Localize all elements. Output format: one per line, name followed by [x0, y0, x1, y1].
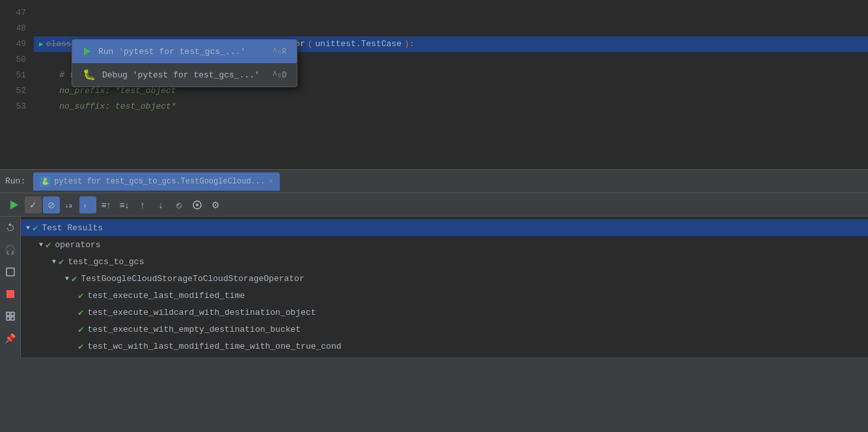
side-icons: 🎧 📌 — [0, 217, 21, 357]
debug-menu-left: 🐛 Debug 'pytest for test_gcs_...' — [83, 68, 260, 81]
run-menu-item[interactable]: Run 'pytest for test_gcs_...' ^⇧R — [72, 40, 297, 63]
run-button[interactable] — [5, 196, 23, 214]
test-item-3[interactable]: ✔ test_execute_with_empty_destination_bu… — [21, 321, 868, 338]
svg-rect-4 — [7, 268, 14, 276]
line-numbers: 47 48 49 50 51 52 53 — [0, 0, 34, 169]
tree-test-gcs-label: test_gcs_to_gcs — [68, 257, 144, 267]
test-results-tree: ▼ ✔ Test Results ▼ ✔ operators ▼ ✔ test_… — [21, 217, 868, 357]
export-button[interactable]: ⎋ — [170, 196, 187, 213]
settings-button[interactable]: ⚙ — [207, 196, 224, 213]
svg-text:↕: ↕ — [83, 202, 87, 209]
run-shortcut: ^⇧R — [273, 47, 287, 57]
expand-all-button[interactable]: ≡↑ — [98, 196, 115, 213]
pass-icon-gcs: ✔ — [59, 256, 64, 267]
line-num-49: 49 — [8, 36, 26, 52]
pass-icon-operators: ✔ — [46, 239, 51, 250]
test-item-4[interactable]: ✔ test_wc_with_last_modified_time_with_o… — [21, 338, 868, 355]
test-item-2[interactable]: ✔ test_execute_wildcard_with_destination… — [21, 304, 868, 321]
module-icon[interactable] — [2, 263, 19, 280]
test-label-4: test_wc_with_last_modified_time_with_one… — [87, 342, 341, 351]
code-line-47 — [34, 5, 868, 21]
tab-label: pytest for test_gcs_to_gcs.TestGoogleClo… — [54, 177, 265, 186]
exclude-button[interactable]: ⊘ — [43, 196, 60, 213]
play-triangle-icon — [10, 200, 18, 209]
stop-icon[interactable] — [2, 286, 19, 303]
svg-point-3 — [196, 204, 198, 206]
line-num-51: 51 — [8, 68, 26, 83]
prev-failed-button[interactable]: ↑ — [134, 196, 151, 213]
rerun-icon[interactable] — [2, 219, 19, 236]
pass-icon-t3: ✔ — [78, 324, 83, 335]
tree-test-gcs[interactable]: ▼ ✔ test_gcs_to_gcs — [21, 253, 868, 270]
svg-rect-6 — [11, 312, 14, 316]
headset-icon[interactable]: 🎧 — [2, 241, 19, 258]
test-item-1[interactable]: ✔ test_execute_last_modified_time — [21, 287, 868, 304]
svg-rect-7 — [7, 317, 10, 320]
context-menu: Run 'pytest for test_gcs_...' ^⇧R 🐛 Debu… — [72, 39, 297, 87]
test-label-1: test_execute_last_modified_time — [87, 291, 245, 301]
pass-icon: ✔ — [33, 223, 38, 234]
chevron-icon-gcs: ▼ — [52, 258, 56, 265]
svg-text:↓a: ↓a — [65, 202, 72, 209]
check-button[interactable]: ✓ — [25, 196, 42, 213]
tab-close-button[interactable]: × — [269, 178, 273, 185]
chevron-icon: ▼ — [26, 224, 30, 232]
code-line-53: no_suffix: test_object* — [34, 99, 868, 115]
pass-icon-t4: ✔ — [78, 341, 83, 352]
python-icon: 🐍 — [40, 176, 50, 187]
editor-area: 47 48 49 50 51 52 53 ▶ class TestGoogleC… — [0, 0, 868, 169]
pass-icon-class: ✔ — [72, 273, 77, 284]
side-panel: 🎧 📌 — [0, 217, 868, 357]
line-num-50: 50 — [8, 52, 26, 68]
grid-icon[interactable] — [2, 308, 19, 325]
sort-alpha-button[interactable]: ↓a — [61, 196, 78, 213]
tree-class[interactable]: ▼ ✔ TestGoogleCloudStorageToCloudStorage… — [21, 270, 868, 287]
tree-operators-label: operators — [55, 240, 100, 250]
test-label-2: test_execute_wildcard_with_destination_o… — [87, 308, 316, 317]
run-panel: Run: 🐍 pytest for test_gcs_to_gcs.TestGo… — [0, 169, 868, 432]
line-num-48: 48 — [8, 21, 26, 36]
next-failed-button[interactable]: ↓ — [152, 196, 169, 213]
sort-duration-button[interactable]: ↕ — [79, 196, 96, 213]
pass-icon-t1: ✔ — [78, 290, 83, 301]
run-tab[interactable]: 🐍 pytest for test_gcs_to_gcs.TestGoogleC… — [33, 172, 280, 191]
line-num-47: 47 — [8, 5, 26, 21]
chevron-icon-operators: ▼ — [39, 241, 43, 249]
svg-rect-5 — [7, 312, 10, 316]
run-menu-left: Run 'pytest for test_gcs_...' — [83, 47, 245, 57]
run-label: Run: — [5, 176, 25, 186]
line-num-52: 52 — [8, 83, 26, 99]
debug-shortcut: ^⇧D — [273, 70, 287, 80]
run-tab-bar: Run: 🐍 pytest for test_gcs_to_gcs.TestGo… — [0, 170, 868, 193]
tree-root-label: Test Results — [42, 223, 103, 233]
coverage-button[interactable] — [189, 196, 206, 213]
pass-icon-t2: ✔ — [78, 307, 83, 318]
debug-menu-label: Debug 'pytest for test_gcs_...' — [102, 70, 260, 80]
tree-operators[interactable]: ▼ ✔ operators — [21, 236, 868, 253]
line-num-53: 53 — [8, 99, 26, 115]
tree-class-label: TestGoogleCloudStorageToCloudStorageOper… — [81, 274, 304, 284]
collapse-all-button[interactable]: ≡↓ — [116, 196, 133, 213]
debug-menu-item[interactable]: 🐛 Debug 'pytest for test_gcs_...' ^⇧D — [72, 63, 297, 87]
debug-icon: 🐛 — [83, 68, 96, 81]
stop-square — [7, 290, 14, 298]
run-menu-label: Run 'pytest for test_gcs_...' — [98, 47, 245, 57]
tree-root[interactable]: ▼ ✔ Test Results — [21, 219, 868, 236]
chevron-icon-class: ▼ — [65, 275, 69, 282]
test-label-3: test_execute_with_empty_destination_buck… — [87, 325, 301, 334]
pin-icon[interactable]: 📌 — [2, 330, 19, 347]
svg-rect-8 — [11, 317, 14, 320]
main-window: 47 48 49 50 51 52 53 ▶ class TestGoogleC… — [0, 0, 868, 432]
code-line-48 — [34, 21, 868, 36]
toolbar: ✓ ⊘ ↓a ↕ ≡↑ ≡↓ ↑ ↓ ⎋ — [0, 193, 868, 217]
play-icon — [83, 47, 92, 56]
